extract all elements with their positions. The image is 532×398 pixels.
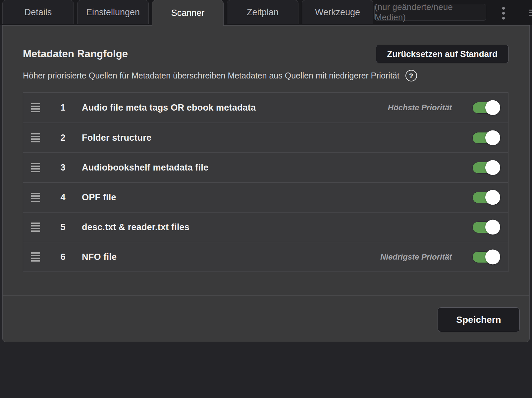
toggle-switch[interactable] — [472, 222, 499, 233]
priority-number: 3 — [57, 163, 69, 173]
toggle-knob — [485, 190, 500, 205]
tab-werkzeuge[interactable]: Werkzeuge — [302, 0, 373, 24]
help-icon[interactable]: ? — [405, 70, 417, 81]
drag-handle-icon[interactable] — [31, 133, 40, 142]
metadata-source-label: Audiobookshelf metadata file — [82, 163, 208, 173]
drag-handle-icon[interactable] — [31, 103, 40, 112]
priority-number: 2 — [57, 133, 69, 143]
priority-list-row: 3 Audiobookshelf metadata file — [23, 152, 508, 182]
tab-zeitplan[interactable]: Zeitplan — [227, 0, 298, 24]
toggle-switch[interactable] — [472, 251, 499, 263]
metadata-source-label: desc.txt & reader.txt files — [82, 222, 189, 232]
kebab-menu-icon[interactable] — [502, 7, 505, 20]
metadata-source-label: Audio file meta tags OR ebook metadata — [82, 103, 256, 113]
save-button[interactable]: Speichern — [438, 307, 520, 332]
metadata-source-label: OPF file — [82, 192, 116, 203]
settings-modal-page: Details Einstellungen Scanner Zeitplan W… — [0, 0, 532, 398]
priority-number: 5 — [57, 222, 69, 232]
drag-handle-icon[interactable] — [31, 223, 40, 232]
scan-modified-media-button[interactable]: (nur geänderte/neue Medien) — [374, 4, 486, 21]
priority-description: Höher priorisierte Quellen für Metadaten… — [23, 70, 417, 81]
priority-list-row: 1 Audio file meta tags OR ebook metadata… — [23, 93, 508, 123]
priority-list-row: 6 NFO file Niedrigste Priorität — [23, 242, 508, 272]
toggle-knob — [485, 250, 500, 265]
priority-number: 1 — [57, 103, 69, 113]
priority-list-row: 2 Folder structure — [23, 123, 508, 152]
toggle-switch[interactable] — [472, 132, 499, 144]
tab-bar: Details Einstellungen Scanner Zeitplan W… — [2, 0, 373, 26]
toggle-knob — [485, 220, 500, 235]
priority-number: 4 — [57, 192, 69, 203]
priority-list-row: 5 desc.txt & reader.txt files — [23, 212, 508, 242]
tab-einstellungen[interactable]: Einstellungen — [77, 0, 149, 24]
toggle-switch[interactable] — [472, 102, 499, 114]
priority-note: Höchste Priorität — [388, 103, 452, 112]
toggle-switch[interactable] — [472, 162, 499, 174]
priority-note: Niedrigste Priorität — [380, 252, 452, 262]
metadata-source-label: Folder structure — [82, 133, 151, 143]
toggle-knob — [485, 100, 500, 115]
panel-header: Metadaten Rangfolge Zurücksetzen auf Sta… — [23, 45, 508, 63]
priority-list-row: 4 OPF file — [23, 182, 508, 212]
toggle-switch[interactable] — [472, 192, 499, 203]
drag-handle-icon[interactable] — [31, 193, 40, 202]
scanner-settings-panel: Metadaten Rangfolge Zurücksetzen auf Sta… — [2, 25, 530, 342]
drag-handle-icon[interactable] — [31, 163, 40, 172]
metadata-priority-list: 1 Audio file meta tags OR ebook metadata… — [23, 92, 508, 272]
toggle-knob — [485, 160, 500, 175]
clipped-menu-icon — [529, 10, 532, 17]
metadata-source-label: NFO file — [82, 252, 117, 262]
priority-number: 6 — [57, 252, 69, 262]
reset-to-default-button[interactable]: Zurücksetzen auf Standard — [376, 45, 508, 63]
priority-description-text: Höher priorisierte Quellen für Metadaten… — [23, 71, 399, 80]
tab-details[interactable]: Details — [2, 0, 74, 24]
drag-handle-icon[interactable] — [31, 252, 40, 262]
toggle-knob — [485, 130, 500, 145]
footer-divider — [3, 295, 529, 296]
page-title: Metadaten Rangfolge — [23, 48, 128, 60]
tab-scanner[interactable]: Scanner — [152, 0, 224, 26]
